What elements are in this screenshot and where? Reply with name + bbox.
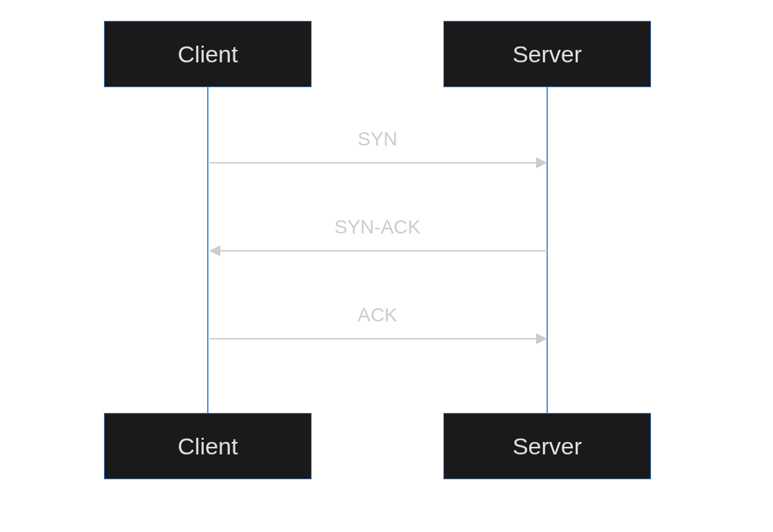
message-label-synack: SYN-ACK xyxy=(208,216,547,238)
participant-label: Server xyxy=(513,433,582,460)
arrow-head-icon xyxy=(536,157,547,168)
message-arrow-syn xyxy=(209,162,537,163)
participant-label: Server xyxy=(513,41,582,68)
message-arrow-ack xyxy=(209,338,537,339)
sequence-diagram: Client Server SYN SYN-ACK ACK Client Ser… xyxy=(0,0,773,532)
arrow-head-icon xyxy=(209,245,220,256)
participant-server-top: Server xyxy=(443,21,651,87)
message-label-ack: ACK xyxy=(208,304,547,326)
participant-client-bottom: Client xyxy=(104,413,312,479)
participant-label: Client xyxy=(178,433,238,460)
message-arrow-synack xyxy=(219,250,547,251)
participant-label: Client xyxy=(178,41,238,68)
participant-client-top: Client xyxy=(104,21,312,87)
participant-server-bottom: Server xyxy=(443,413,651,479)
message-label-syn: SYN xyxy=(208,128,547,150)
arrow-head-icon xyxy=(536,333,547,344)
